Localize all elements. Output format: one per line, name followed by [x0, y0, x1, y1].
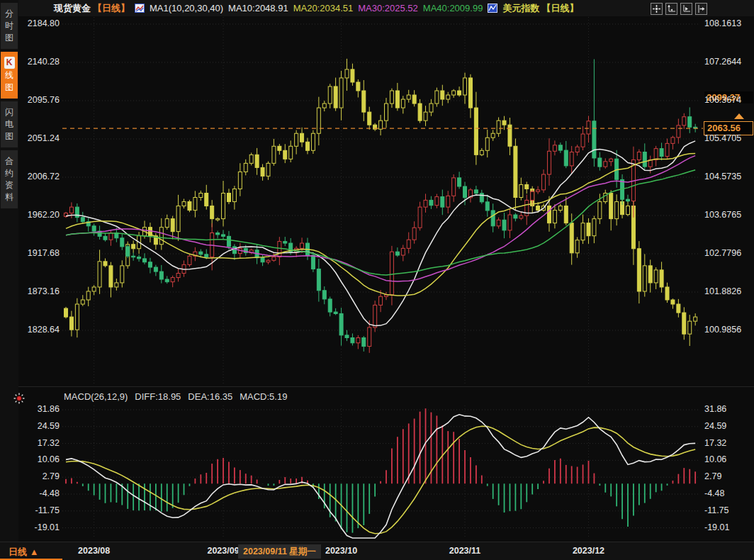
sidebar-tab-分时图[interactable]: 分时图 — [1, 3, 18, 49]
right-axis-label: 103.6765 — [704, 210, 753, 220]
overlay-indicator-icon[interactable] — [488, 4, 497, 13]
symbol-name: 现货黄金 — [54, 2, 91, 15]
left-axis-label: 1917.68 — [20, 248, 60, 258]
date-axis-bar: 日线 ▲ 2023/082023/092023/102023/112023/12… — [0, 542, 754, 560]
right-axis-label: 108.1613 — [704, 18, 753, 28]
x-axis-month-label: 2023/09 — [207, 546, 239, 556]
chart-plot-area[interactable] — [0, 0, 754, 560]
left-axis-label: 2006.72 — [20, 172, 60, 181]
macd-right-axis-label: -4.48 — [704, 488, 753, 498]
axis-scale-right-icon[interactable] — [680, 3, 692, 15]
sidebar-tab-K线图[interactable]: K线图 — [1, 52, 18, 99]
right-axis-label: 102.7796 — [704, 248, 753, 258]
indicator-icon[interactable] — [135, 4, 145, 13]
crosshair-date-tooltip: 2023/09/11 星期一 — [238, 544, 321, 559]
macd-dea-value: DEA:16.35 — [188, 391, 232, 402]
sidebar-tab-闪电图[interactable]: 闪电图 — [1, 101, 18, 147]
chart-toolbar — [651, 3, 707, 15]
ma10-value: MA10:2048.91 — [228, 3, 288, 13]
chart-header: 现货黄金 【日线】 MA1(10,20,30,40) MA10:2048.91 … — [18, 0, 754, 16]
macd-right-axis-label: 24.59 — [704, 421, 753, 431]
left-axis-label: 2051.24 — [20, 133, 60, 143]
macd-title: MACD(26,12,9) — [64, 391, 128, 402]
sidebar-tab-合约资料[interactable]: 合约资料 — [1, 150, 18, 208]
right-axis-label: 101.8826 — [704, 286, 753, 296]
ma20-value: MA20:2034.51 — [293, 3, 354, 13]
move-icon[interactable] — [651, 3, 663, 15]
ma30-value: MA30:2025.52 — [358, 3, 418, 13]
left-axis-label: 1873.16 — [20, 286, 60, 296]
x-axis-month-label: 2023/11 — [449, 546, 481, 556]
symbol-period: 【日线】 — [93, 2, 130, 15]
ma40-value: MA40:2009.99 — [423, 3, 483, 13]
macd-left-axis-label: -4.48 — [20, 488, 60, 498]
overlay-symbol-name: 美元指数 — [502, 2, 539, 15]
right-axis-label: 104.5735 — [704, 172, 753, 181]
macd-left-axis-label: 10.06 — [20, 454, 60, 464]
macd-left-axis-label: -11.75 — [20, 505, 60, 515]
left-axis-label: 1828.64 — [20, 325, 60, 335]
macd-right-axis-label: 31.86 — [704, 404, 753, 414]
axis-scale-left-icon[interactable] — [665, 3, 677, 15]
panel-separator — [18, 386, 754, 387]
macd-diff-value: DIFF:18.95 — [135, 391, 181, 402]
macd-right-axis-label: -11.75 — [704, 505, 753, 515]
x-axis-month-label: 2023/08 — [78, 546, 110, 556]
macd-left-axis-label: 2.79 — [20, 471, 60, 481]
right-axis-label: 107.2644 — [704, 57, 753, 67]
macd-right-axis-label: -19.01 — [704, 522, 753, 532]
left-axis-label: 2095.76 — [20, 95, 60, 105]
macd-right-axis-label: 2.79 — [704, 471, 753, 481]
x-axis-month-label: 2023/12 — [573, 546, 604, 556]
macd-left-axis-label: 24.59 — [20, 421, 60, 431]
last-price-arrow-icon — [734, 113, 744, 119]
overlay-symbol-period: 【日线】 — [541, 2, 578, 15]
ma-group-label: MA1(10,20,30,40) — [150, 3, 223, 13]
chart-application: 现货黄金 【日线】 MA1(10,20,30,40) MA10:2048.91 … — [0, 0, 754, 560]
macd-left-axis-label: 31.86 — [20, 404, 60, 414]
period-selector-button[interactable]: 日线 ▲ — [9, 546, 39, 559]
x-axis-month-label: 2023/10 — [325, 546, 357, 556]
macd-left-axis-label: 17.32 — [20, 438, 60, 448]
macd-macd-value: MACD:5.19 — [240, 391, 287, 402]
left-axis-label: 2140.28 — [20, 57, 60, 67]
left-axis-label: 2184.80 — [20, 18, 60, 28]
shift-latest-icon[interactable] — [695, 3, 707, 15]
macd-left-axis-label: -19.01 — [20, 522, 60, 532]
macd-right-axis-label: 10.06 — [704, 454, 753, 464]
macd-header: MACD(26,12,9) DIFF:18.95 DEA:16.35 MACD:… — [64, 391, 287, 402]
left-sidebar: 分时图K线图闪电图合约资料 — [0, 0, 18, 542]
alert-flash-icon[interactable] — [13, 392, 26, 405]
left-axis-label: 1962.20 — [20, 210, 60, 220]
right-axis-label: 106.3674 — [704, 95, 753, 105]
macd-right-axis-label: 17.32 — [704, 438, 753, 448]
right-axis-label: 100.9856 — [704, 325, 753, 335]
right-axis-label: 105.4705 — [704, 133, 753, 143]
